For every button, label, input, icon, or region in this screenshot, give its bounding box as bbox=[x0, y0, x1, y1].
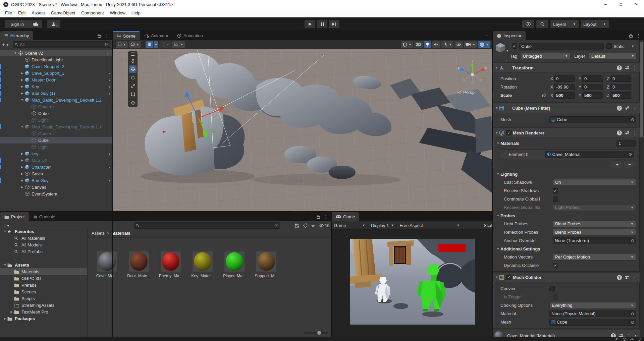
snap-settings-button[interactable]: ▼ bbox=[172, 41, 185, 48]
material-asset-tile[interactable]: Key_Mater... bbox=[190, 251, 215, 278]
favorites-star-icon[interactable]: ★ bbox=[311, 223, 315, 228]
scale-y-field[interactable] bbox=[582, 92, 603, 99]
presets-icon[interactable] bbox=[625, 131, 630, 135]
lock-icon[interactable] bbox=[97, 34, 101, 38]
draw-mode-button[interactable]: ▼ bbox=[401, 41, 413, 48]
move-tool[interactable] bbox=[129, 65, 137, 73]
label-tag-icon[interactable] bbox=[303, 223, 308, 228]
expand-arrow[interactable]: ▶ bbox=[19, 185, 25, 189]
material-expand-caret[interactable]: ▼ bbox=[634, 334, 637, 337]
expand-arrow[interactable]: ▼ bbox=[19, 125, 25, 128]
component-menu-icon[interactable]: ⋮ bbox=[633, 275, 637, 280]
mesh-object-field[interactable]: Cube ⊙ bbox=[549, 116, 636, 123]
project-tree-item[interactable]: ▼Assets bbox=[0, 262, 87, 268]
project-tree-item[interactable]: All Materials bbox=[0, 235, 87, 241]
material-asset-tile[interactable]: Player_Ma... bbox=[222, 251, 247, 278]
add-material-button[interactable]: + bbox=[611, 161, 623, 168]
collider-mesh-field[interactable]: Cube⊙ bbox=[549, 319, 636, 326]
static-checkbox[interactable] bbox=[606, 43, 612, 49]
motion-vectors-dropdown[interactable]: Per Object Motion▼ bbox=[553, 254, 636, 261]
expand-arrow[interactable]: ▶ bbox=[19, 152, 25, 155]
additional-settings-foldout[interactable]: ▼Additional Settings bbox=[492, 245, 640, 253]
blocked-icon[interactable] bbox=[638, 337, 641, 341]
convex-checkbox[interactable] bbox=[549, 286, 555, 291]
hierarchy-item[interactable]: ▶Cave_Support_1› bbox=[0, 70, 112, 76]
project-menu-icon[interactable]: ⋮ bbox=[324, 214, 328, 219]
project-tree-item[interactable]: Prefabs bbox=[0, 282, 87, 288]
project-tree-item[interactable]: Materials bbox=[0, 268, 87, 275]
divider[interactable] bbox=[0, 211, 492, 212]
game-viewport[interactable] bbox=[350, 239, 475, 325]
hierarchy-item[interactable]: ▶Character› bbox=[0, 164, 112, 170]
material-asset-tile[interactable]: Cave_Mat... bbox=[94, 251, 120, 278]
probes-foldout[interactable]: ▼Probes bbox=[492, 212, 640, 220]
object-picker-icon[interactable]: ⊙ bbox=[629, 117, 636, 123]
divider[interactable] bbox=[112, 30, 113, 337]
project-tree-item[interactable]: ▶TextMesh Pro bbox=[0, 308, 87, 315]
thumbnail-size-slider[interactable] bbox=[304, 332, 328, 334]
hierarchy-item[interactable]: Cube bbox=[0, 110, 112, 117]
menu-file[interactable]: File bbox=[2, 10, 15, 15]
hierarchy-item[interactable]: Light bbox=[0, 144, 112, 150]
rotation-y-field[interactable] bbox=[582, 84, 603, 90]
help-icon[interactable]: ? bbox=[611, 333, 616, 337]
expand-arrow[interactable]: ▶ bbox=[19, 179, 25, 182]
expand-arrow[interactable]: ▶ bbox=[19, 92, 25, 95]
transform-header[interactable]: ▼ Transform ? ⋮ bbox=[492, 63, 640, 73]
lighting-foldout[interactable]: ▼Lighting bbox=[492, 170, 640, 178]
hierarchy-item[interactable]: ▶Canvas bbox=[0, 184, 112, 190]
hierarchy-item[interactable]: Light bbox=[0, 117, 112, 123]
is-trigger-checkbox[interactable] bbox=[553, 294, 558, 300]
physic-material-field[interactable]: None (Physic Material)⊙ bbox=[549, 310, 636, 317]
material-asset-tile[interactable]: Support_M... bbox=[254, 251, 279, 278]
tools-drag-handle[interactable]: ☰ bbox=[129, 52, 137, 56]
scene-camera-button[interactable]: ▼ bbox=[464, 41, 477, 48]
scene-effects-button[interactable]: ▼ bbox=[441, 41, 453, 48]
component-enabled-checkbox[interactable]: ✓ bbox=[506, 130, 512, 135]
item-menu-icon[interactable]: ⋮ bbox=[105, 51, 112, 56]
expand-arrow[interactable]: ▼ bbox=[3, 230, 7, 233]
component-enabled-checkbox[interactable]: ✓ bbox=[506, 275, 512, 280]
step-button[interactable] bbox=[329, 20, 339, 28]
expand-arrow[interactable]: ▶ bbox=[19, 172, 25, 175]
scene-viewport-canvas[interactable]: ☰ bbox=[112, 49, 492, 211]
hierarchy-item[interactable]: EventSystem bbox=[0, 190, 112, 197]
position-y-field[interactable] bbox=[582, 75, 603, 82]
scene-gizmos-button[interactable]: ▼ bbox=[478, 41, 490, 48]
pick-icon[interactable] bbox=[105, 43, 109, 47]
hierarchy-item[interactable]: ▼Scene v2⋮ bbox=[0, 50, 112, 56]
hidden-count[interactable]: 16 bbox=[319, 223, 329, 228]
game-view-dropdown[interactable]: Game▼ bbox=[331, 221, 368, 230]
materials-count-field[interactable] bbox=[616, 140, 636, 147]
hierarchy-item[interactable]: Camera bbox=[0, 130, 112, 137]
help-icon[interactable]: ? bbox=[617, 65, 622, 70]
object-picker-icon[interactable]: ⊙ bbox=[627, 151, 633, 157]
cooking-options-dropdown[interactable]: Everything▼ bbox=[549, 302, 636, 309]
project-search[interactable] bbox=[134, 222, 280, 229]
hier-search-input[interactable] bbox=[19, 42, 105, 47]
mesh-collider-header[interactable]: ▼ ✓ Mesh Collider ? ⋮ bbox=[492, 272, 640, 282]
static-caret[interactable]: ▼ bbox=[631, 45, 634, 48]
create-add-caret[interactable]: ▼ bbox=[6, 43, 9, 47]
material-asset-tile[interactable]: Door_Mate... bbox=[126, 251, 152, 278]
component-menu-icon[interactable]: ⋮ bbox=[627, 333, 631, 337]
tab-project[interactable]: Project bbox=[0, 212, 29, 221]
menu-assets[interactable]: Assets bbox=[29, 10, 48, 15]
hierarchy-item[interactable]: ▶Key› bbox=[0, 83, 112, 90]
component-menu-icon[interactable]: ⋮ bbox=[633, 130, 637, 135]
presets-icon[interactable] bbox=[619, 334, 624, 337]
tab-scene[interactable]: Scene bbox=[112, 31, 140, 40]
display-dropdown[interactable]: Display 1▼ bbox=[368, 221, 397, 230]
project-tree-item[interactable]: All Prefabs bbox=[0, 248, 87, 255]
material-element-row[interactable]: = Element 0 Cave_Material ⊙ bbox=[499, 149, 636, 159]
project-tree-item[interactable]: Scripts bbox=[0, 295, 87, 302]
project-tree-item[interactable]: All Models bbox=[0, 241, 87, 248]
project-tree-item[interactable]: ▶Packages bbox=[0, 315, 87, 322]
rotation-z-field[interactable] bbox=[610, 84, 631, 90]
object-picker-icon[interactable]: ⊙ bbox=[629, 319, 636, 325]
project-search-input[interactable] bbox=[141, 223, 275, 228]
menu-gameobject[interactable]: GameObject bbox=[48, 10, 78, 15]
hierarchy-item[interactable]: ▶Master Door› bbox=[0, 76, 112, 83]
expand-arrow[interactable]: ▶ bbox=[19, 78, 25, 81]
tab-game[interactable]: Game bbox=[331, 212, 359, 221]
